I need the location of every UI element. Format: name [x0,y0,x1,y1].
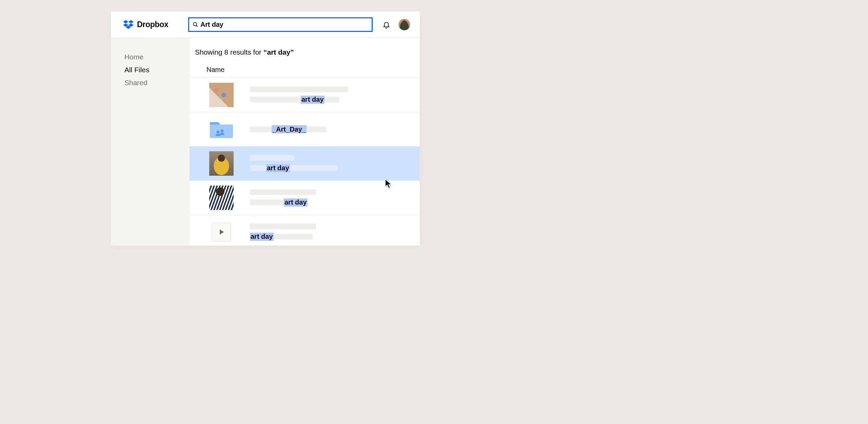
body: Home All Files Shared Showing 8 results … [111,38,420,246]
app-window: Dropbox [111,12,420,246]
sidebar-item-shared[interactable]: Shared [124,79,189,87]
sidebar-item-home[interactable]: Home [124,53,189,61]
brand-name: Dropbox [137,20,168,29]
result-text: art day [250,189,420,207]
thumbnail-video-icon [209,220,234,244]
search-box[interactable] [188,17,373,32]
match-highlight: art day [284,198,308,207]
thumbnail-image [209,83,234,107]
user-avatar[interactable] [398,19,410,31]
thumbnail-image [209,151,234,176]
result-text: art day [250,86,420,104]
result-row[interactable]: art day [190,147,420,181]
svg-marker-0 [123,20,129,23]
notifications-icon[interactable] [382,21,390,28]
result-text: art day [250,155,420,172]
dropbox-logo-icon [123,20,134,29]
sidebar: Home All Files Shared [111,38,190,246]
header: Dropbox [111,12,420,38]
match-highlight: art day [266,164,290,172]
svg-line-6 [196,25,198,27]
result-text: _Art_Day_ [250,125,420,133]
result-text: art day [250,224,420,241]
svg-marker-9 [220,230,224,235]
svg-marker-1 [129,20,134,23]
result-row[interactable]: art day [190,215,420,246]
result-row[interactable]: art day [190,78,420,112]
search-input[interactable] [200,21,368,28]
svg-point-8 [221,130,224,133]
sidebar-item-all-files[interactable]: All Files [124,66,189,74]
thumbnail-folder-icon [209,117,234,141]
thumbnail-image [209,186,234,210]
header-actions [382,19,410,31]
match-highlight: _Art_Day_ [272,125,307,133]
main-content: Showing 8 results for “art day” Name art… [190,38,420,246]
svg-point-5 [193,22,197,26]
brand[interactable]: Dropbox [123,20,181,29]
search-icon [193,22,198,27]
result-row[interactable]: _Art_Day_ [190,112,420,147]
svg-point-7 [217,131,220,134]
results-heading: Showing 8 results for “art day” [190,48,420,56]
result-row[interactable]: art day [190,181,420,215]
search-container [188,17,376,32]
match-highlight: art day [301,96,324,104]
match-highlight: art day [250,233,274,241]
column-header-name: Name [190,66,420,78]
